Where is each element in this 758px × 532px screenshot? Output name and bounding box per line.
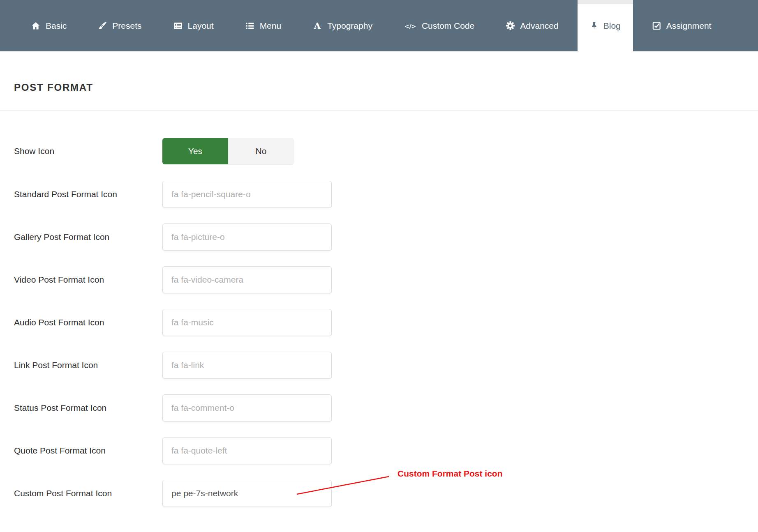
post-format-form: Show Icon Yes No Standard Post Format Ic… xyxy=(0,111,758,507)
svg-text:A: A xyxy=(314,21,321,31)
field-label: Show Icon xyxy=(14,146,162,156)
gear-icon xyxy=(506,21,515,30)
field-label: Quote Post Format Icon xyxy=(14,446,162,456)
form-row: Standard Post Format Icon xyxy=(14,181,758,208)
top-nav: BasicPresetsLayoutMenuATypography</>Cust… xyxy=(0,0,758,51)
nav-item-label: Basic xyxy=(46,21,67,31)
tab-advanced[interactable]: Advanced xyxy=(493,0,571,51)
tab-typography[interactable]: ATypography xyxy=(300,0,385,51)
form-row: Audio Post Format Icon xyxy=(14,309,758,336)
check-square-icon xyxy=(652,21,661,30)
field-label: Video Post Format Icon xyxy=(14,275,162,285)
menu-list-icon xyxy=(245,21,255,31)
show-icon-yes-button[interactable]: Yes xyxy=(162,138,228,164)
field-label: Audio Post Format Icon xyxy=(14,318,162,327)
tab-assignment[interactable]: Assignment xyxy=(640,0,724,51)
nav-item-label: Assignment xyxy=(666,21,712,31)
tab-layout[interactable]: Layout xyxy=(161,0,226,51)
nav-item-label: Typography xyxy=(327,21,372,31)
home-icon xyxy=(31,21,41,31)
custom-post-format-icon-input[interactable] xyxy=(162,480,332,507)
field-label: Custom Post Format Icon xyxy=(14,488,162,498)
nav-item-label: Blog xyxy=(603,21,621,31)
form-fields: Standard Post Format IconGallery Post Fo… xyxy=(14,181,758,507)
field-label: Gallery Post Format Icon xyxy=(14,232,162,242)
svg-text:</>: </> xyxy=(404,23,416,29)
tab-custom-code[interactable]: </>Custom Code xyxy=(391,0,487,51)
show-icon-no-button[interactable]: No xyxy=(228,138,294,164)
form-row: Quote Post Format Icon xyxy=(14,437,758,464)
form-row: Gallery Post Format Icon xyxy=(14,223,758,251)
nav-item-label: Layout xyxy=(188,21,214,31)
audio-post-format-icon-input[interactable] xyxy=(162,309,332,336)
show-icon-row: Show Icon Yes No xyxy=(14,138,758,164)
tab-basic[interactable]: Basic xyxy=(18,0,79,51)
field-label: Standard Post Format Icon xyxy=(14,189,162,199)
link-post-format-icon-input[interactable] xyxy=(162,352,332,379)
status-post-format-icon-input[interactable] xyxy=(162,394,332,421)
nav-item-label: Menu xyxy=(260,21,282,31)
nav-item-label: Advanced xyxy=(520,21,558,31)
tab-presets[interactable]: Presets xyxy=(86,0,154,51)
pin-icon xyxy=(590,21,599,30)
field-label: Link Post Format Icon xyxy=(14,360,162,370)
form-row: Custom Post Format Icon xyxy=(14,480,758,507)
section-header: POST FORMAT xyxy=(0,51,758,111)
tab-menu[interactable]: Menu xyxy=(233,0,294,51)
code-icon: </> xyxy=(404,21,417,31)
field-label: Status Post Format Icon xyxy=(14,403,162,413)
form-row: Status Post Format Icon xyxy=(14,394,758,421)
show-icon-toggle: Yes No xyxy=(162,138,294,164)
quote-post-format-icon-input[interactable] xyxy=(162,437,332,464)
form-row: Video Post Format Icon xyxy=(14,266,758,293)
nav-item-label: Presets xyxy=(112,21,141,31)
layout-icon xyxy=(173,21,183,31)
nav-item-label: Custom Code xyxy=(422,21,474,31)
paintbrush-icon xyxy=(98,21,107,30)
font-icon: A xyxy=(312,21,322,31)
video-post-format-icon-input[interactable] xyxy=(162,266,332,293)
tab-blog[interactable]: Blog xyxy=(578,0,633,51)
page-title: POST FORMAT xyxy=(14,82,93,93)
standard-post-format-icon-input[interactable] xyxy=(162,181,332,208)
gallery-post-format-icon-input[interactable] xyxy=(162,223,332,251)
form-row: Link Post Format Icon xyxy=(14,352,758,379)
